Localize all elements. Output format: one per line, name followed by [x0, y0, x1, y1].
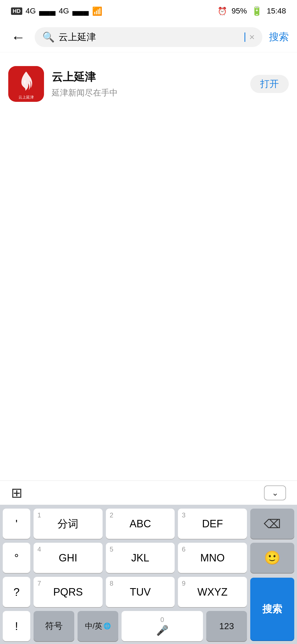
battery-percentage: 95% [232, 7, 247, 15]
signal-bars-1: ▄▄▄ [39, 7, 56, 15]
search-submit-button[interactable]: 搜索 [269, 30, 289, 44]
alpha-row-3: 7 PQRS 8 TUV 9 WXYZ [34, 577, 247, 607]
alarm-icon: ⏰ [218, 7, 227, 16]
app-icon: 云上延津 [8, 66, 44, 102]
key-label-jkl: JKL [131, 552, 149, 564]
keyboard-rows: ' 1 分词 2 ABC 3 DEF ⌫ ° 4 GHI [0, 505, 297, 644]
key-7[interactable]: 7 PQRS [34, 577, 103, 607]
keyboard-toolbar: ⊞ ⌄ [0, 481, 297, 505]
fuhao-key[interactable]: 符号 [34, 611, 74, 641]
num-key[interactable]: 123 [206, 611, 247, 641]
search-input-wrap[interactable]: 🔍 云上延津 × [35, 27, 262, 47]
key-number-3: 3 [182, 511, 185, 519]
search-bar: ← 🔍 云上延津 × 搜索 [0, 22, 297, 52]
search-input[interactable]: 云上延津 [59, 31, 240, 43]
app-desc: 延津新闻尽在手中 [52, 87, 243, 99]
key-label-wxyz: WXYZ [197, 586, 228, 598]
key-9[interactable]: 9 WXYZ [178, 577, 247, 607]
bottom-row-inline: 符号 中/英 🌐 0 🎤 123 [34, 611, 247, 641]
wifi-icon: 📶 [92, 6, 102, 16]
punct-key-comma[interactable]: ' [3, 509, 30, 539]
app-item[interactable]: 云上延津 云上延津 延津新闻尽在手中 打开 [8, 61, 289, 107]
key-number-1: 1 [37, 511, 41, 519]
delete-key[interactable]: ⌫ [250, 509, 294, 539]
key-4[interactable]: 4 GHI [34, 543, 103, 573]
open-button[interactable]: 打开 [250, 75, 289, 93]
app-info: 云上延津 延津新闻尽在手中 [52, 69, 243, 99]
zhongen-key[interactable]: 中/英 🌐 [78, 611, 118, 641]
hd-badge: HD [11, 7, 22, 15]
key-8[interactable]: 8 TUV [106, 577, 175, 607]
punct-key-exclaim[interactable]: ! [3, 611, 30, 641]
key-row-1: ' 1 分词 2 ABC 3 DEF ⌫ [3, 509, 294, 539]
app-list: 云上延津 云上延津 延津新闻尽在手中 打开 [0, 52, 297, 116]
space-number: 0 [160, 616, 164, 624]
key-2[interactable]: 2 ABC [106, 509, 175, 539]
key-label-mno: MNO [200, 552, 225, 564]
back-button[interactable]: ← [8, 26, 28, 48]
key-label-tuv: TUV [130, 586, 151, 598]
signal-4g-2: 4G [59, 7, 69, 15]
key-row-3: ? ! 7 PQRS 8 TUV 9 WXYZ [3, 577, 294, 641]
key-number-5: 5 [110, 545, 113, 553]
punct-key-period[interactable]: ° [3, 543, 30, 573]
globe-icon: 🌐 [103, 623, 111, 630]
key-label-ghi: GHI [59, 552, 78, 564]
key-label-def: DEF [202, 518, 223, 530]
mic-icon: 🎤 [156, 625, 169, 636]
status-right: ⏰ 95% 🔋 15:48 [218, 6, 286, 16]
time-display: 15:48 [267, 7, 286, 15]
key-number-8: 8 [110, 580, 113, 587]
key-3[interactable]: 3 DEF [178, 509, 247, 539]
key-number-6: 6 [182, 545, 185, 553]
punct-key-question[interactable]: ? [3, 577, 30, 607]
key-1[interactable]: 1 分词 [34, 509, 103, 539]
key-label-abc: ABC [130, 518, 151, 530]
search-icon: 🔍 [42, 31, 55, 43]
key-number-4: 4 [37, 545, 41, 553]
space-key[interactable]: 0 🎤 [122, 611, 203, 641]
search-action-key[interactable]: 搜索 [250, 578, 294, 640]
svg-text:云上延津: 云上延津 [18, 95, 34, 99]
signal-4g-1: 4G [26, 7, 36, 15]
emoji-key[interactable]: 🙂 [250, 543, 294, 573]
key-label-fenci: 分词 [57, 517, 78, 531]
key-number-9: 9 [182, 580, 185, 587]
key-number-7: 7 [37, 580, 41, 587]
key-row-2: ° 4 GHI 5 JKL 6 MNO 🙂 [3, 543, 294, 573]
app-name: 云上延津 [52, 69, 243, 84]
key-label-pqrs: PQRS [53, 586, 83, 598]
signal-bars-2: ▄▄▄ [72, 7, 89, 15]
clear-button[interactable]: × [249, 32, 255, 42]
key-6[interactable]: 6 MNO [178, 543, 247, 573]
status-left: HD 4G ▄▄▄ 4G ▄▄▄ 📶 [11, 6, 102, 16]
status-bar: HD 4G ▄▄▄ 4G ▄▄▄ 📶 ⏰ 95% 🔋 15:48 [0, 0, 297, 22]
collapse-keyboard-button[interactable]: ⌄ [264, 485, 286, 500]
text-cursor [244, 32, 245, 42]
key-number-2: 2 [110, 511, 113, 519]
key-5[interactable]: 5 JKL [106, 543, 175, 573]
keyboard-container: ⊞ ⌄ ' 1 分词 2 ABC 3 DEF ⌫ [0, 481, 297, 644]
zhongen-label: 中/英 [85, 621, 103, 631]
battery-icon: 🔋 [251, 6, 262, 16]
grid-icon[interactable]: ⊞ [11, 485, 23, 501]
